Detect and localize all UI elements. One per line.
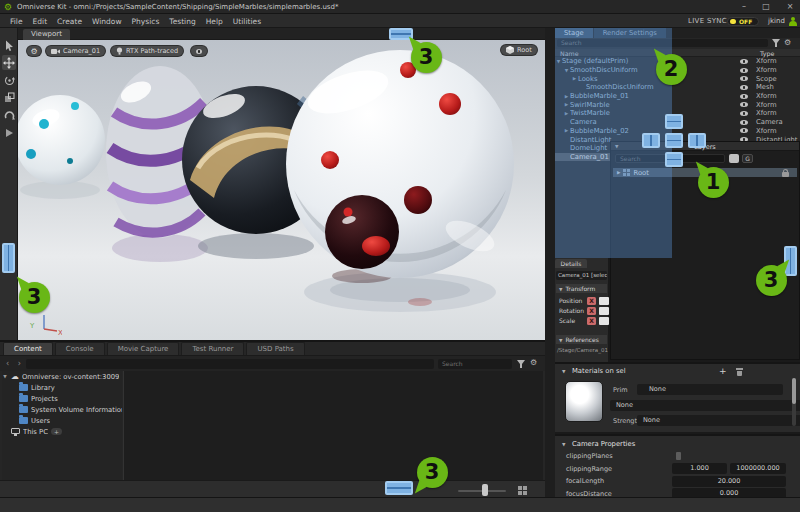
menu-item[interactable]: File <box>10 17 23 26</box>
details-tab[interactable]: Details <box>555 259 587 268</box>
renderer-select-button[interactable]: RTX Path-traced <box>110 45 184 57</box>
live-sync-state: OFF <box>739 18 752 25</box>
play-button[interactable] <box>2 125 16 140</box>
move-tool-button[interactable] <box>2 55 16 70</box>
visibility-eye-icon[interactable] <box>740 102 748 107</box>
viewport-canvas[interactable]: ⚙ Camera_01 RTX Path-traced Root Y X <box>18 40 545 340</box>
layers-g-button[interactable]: G <box>742 154 753 163</box>
content-search-input[interactable]: Search <box>438 359 512 369</box>
scale-tool-button[interactable] <box>2 90 16 105</box>
select-tool-button[interactable] <box>2 38 16 53</box>
visibility-menu-button[interactable] <box>190 45 208 57</box>
dock-target-left[interactable] <box>642 133 660 148</box>
property-value-field[interactable]: 20.000 <box>672 476 786 487</box>
viewport-settings-button[interactable]: ⚙ <box>26 45 42 57</box>
path-field[interactable] <box>26 359 434 369</box>
transform-section-header[interactable]: ▼Transform <box>556 284 607 293</box>
prim-value-field[interactable]: None <box>637 384 783 395</box>
minimize-button[interactable]: – <box>738 2 750 12</box>
materials-title: Materials on sel <box>572 367 626 375</box>
add-connection-badge[interactable]: + <box>51 428 62 435</box>
clear-x-button[interactable]: X <box>587 307 596 315</box>
menu-item[interactable]: Utilities <box>233 17 261 26</box>
material-dropdown-value: None <box>616 401 633 409</box>
add-material-button[interactable]: + <box>719 366 727 376</box>
visibility-eye-icon[interactable] <box>740 59 748 64</box>
collapse-triangle-icon[interactable]: ▼ <box>562 369 565 374</box>
visibility-eye-icon[interactable] <box>740 68 748 73</box>
content-file-area[interactable] <box>123 371 543 480</box>
property-value-field[interactable]: 1000000.000 <box>730 463 786 474</box>
visibility-eye-icon[interactable] <box>740 94 748 99</box>
content-tree-row[interactable]: Users <box>2 415 122 426</box>
visibility-eye-icon[interactable] <box>740 111 748 116</box>
lock-icon[interactable] <box>782 169 789 177</box>
list-icon[interactable] <box>676 452 681 460</box>
root-breadcrumb-button[interactable]: Root <box>500 44 538 56</box>
history-back-forward-buttons[interactable]: ‹ › <box>6 359 24 368</box>
callout-badge: 2 <box>656 54 687 85</box>
expand-arrow-icon[interactable]: ▼ <box>2 374 8 379</box>
menu-item[interactable]: Testing <box>169 17 195 26</box>
rotate-tool-button[interactable] <box>2 73 16 88</box>
menu-item[interactable]: Window <box>92 17 122 26</box>
content-tab[interactable]: USD Paths <box>246 342 304 355</box>
dock-target-top[interactable] <box>665 114 683 129</box>
content-tree-row[interactable]: This PC + <box>2 426 122 437</box>
clear-x-button[interactable]: X <box>587 317 596 325</box>
menu-item[interactable]: Physics <box>132 17 160 26</box>
grid-view-icon[interactable] <box>518 486 527 495</box>
menu-item[interactable]: Create <box>57 17 82 26</box>
visibility-eye-icon[interactable] <box>740 85 748 90</box>
content-tab[interactable]: Movie Capture <box>107 342 180 355</box>
live-sync-toggle[interactable]: OFF <box>727 17 759 26</box>
strength-dropdown[interactable]: None ▼ <box>637 415 800 426</box>
dock-target-center[interactable] <box>665 133 683 148</box>
clear-x-button[interactable]: X <box>587 297 596 305</box>
visibility-eye-icon[interactable] <box>740 120 748 125</box>
viewport-tab[interactable]: Viewport <box>23 29 70 40</box>
layers-filter-button[interactable] <box>729 154 739 163</box>
value-field[interactable] <box>599 317 609 325</box>
property-label: focalLength <box>566 477 604 485</box>
dock-edge-handle-left[interactable] <box>2 243 15 273</box>
references-section-header[interactable]: ▼References <box>556 335 607 344</box>
visibility-eye-icon[interactable] <box>740 128 748 133</box>
scrollbar-thumb[interactable] <box>792 378 796 404</box>
dock-target-right[interactable] <box>688 133 706 148</box>
content-tab[interactable]: Content <box>3 342 53 355</box>
content-tree-row[interactable]: Projects <box>2 393 122 404</box>
user-icon[interactable] <box>788 16 797 26</box>
thumbnail-size-slider-thumb[interactable] <box>482 484 488 496</box>
delete-material-icon[interactable] <box>736 368 743 376</box>
menu-item[interactable]: Edit <box>33 17 48 26</box>
content-tab[interactable]: Console <box>55 342 105 355</box>
close-button[interactable]: × <box>784 2 796 12</box>
value-field[interactable] <box>599 307 609 315</box>
callout-badge: 3 <box>756 265 787 296</box>
content-tab[interactable]: Test Runner <box>181 342 244 355</box>
collapse-triangle-icon[interactable]: ▼ <box>562 442 565 447</box>
property-value-field[interactable]: 1.000 <box>672 463 727 474</box>
filter-icon[interactable] <box>772 39 780 47</box>
menu-item[interactable]: Help <box>206 17 223 26</box>
content-options-gear-icon[interactable]: ⚙ <box>530 358 537 367</box>
panel-divider[interactable] <box>545 28 555 497</box>
dock-target-bottom[interactable] <box>665 152 683 167</box>
content-tree-row[interactable]: ▼ ☁ Omniverse: ov-content:3009 <box>2 371 122 382</box>
filter-icon[interactable] <box>517 360 525 368</box>
dock-edge-handle-bottom[interactable] <box>385 481 413 495</box>
callout-number: 3 <box>425 457 440 488</box>
stage-options-gear-icon[interactable]: ⚙ <box>784 38 791 48</box>
content-tree-row[interactable]: System Volume Information <box>2 404 122 415</box>
camera-select-button[interactable]: Camera_01 <box>45 45 106 57</box>
menu-bar: FileEditCreateWindowPhysicsTestingHelpUt… <box>0 14 800 28</box>
material-dropdown[interactable]: None ▼ <box>610 400 800 411</box>
visibility-eye-icon[interactable] <box>740 76 748 81</box>
snap-tool-button[interactable] <box>2 107 16 122</box>
content-tree-row[interactable]: Library <box>2 382 122 393</box>
maximize-button[interactable]: □ <box>760 2 772 12</box>
material-preview-sphere[interactable] <box>565 381 603 422</box>
value-field[interactable] <box>599 297 609 305</box>
root-breadcrumb-label: Root <box>517 46 532 54</box>
